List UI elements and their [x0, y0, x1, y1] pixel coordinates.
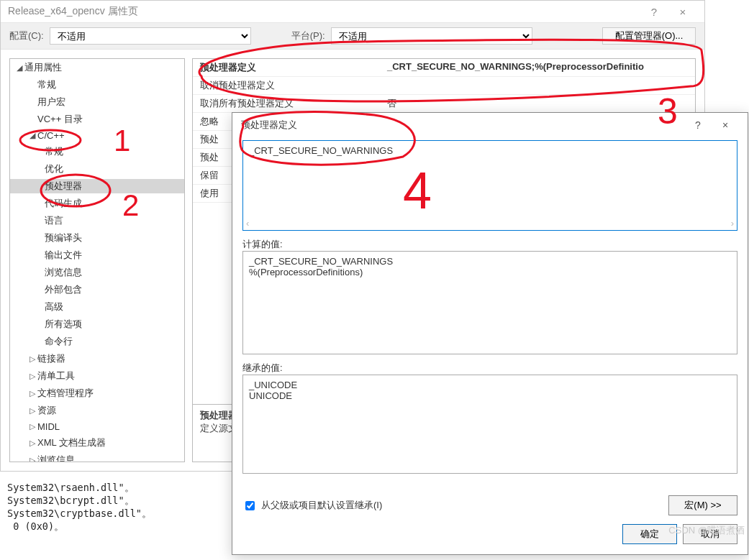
help-button[interactable]: ? [640, 6, 668, 18]
dialog-close-button[interactable]: × [712, 119, 739, 131]
tree-item[interactable]: 输出文件 [10, 248, 184, 262]
definitions-input[interactable]: _CRT_SECURE_NO_WARNINGS ‹› [242, 140, 737, 231]
tree-root[interactable]: ◢通用属性 [10, 60, 184, 75]
category-tree[interactable]: ◢通用属性 常规 用户宏 VC++ 目录 ◢C/C++ 常规 优化 预处理器 代… [9, 58, 185, 462]
tree-cpp[interactable]: ◢C/C++ [10, 129, 184, 142]
inherited-values-box: _UNICODE UNICODE [242, 375, 737, 474]
platform-label: 平台(P): [291, 29, 325, 42]
tree-item[interactable]: ▷XML 文档生成器 [10, 436, 184, 450]
tree-item[interactable]: 命令行 [10, 334, 184, 349]
tree-item-preprocessor[interactable]: 预处理器 [10, 179, 184, 193]
prop-row-preprocessor-definitions[interactable]: 预处理器定义 _CRT_SECURE_NO_WARNINGS;%(Preproc… [193, 59, 695, 77]
tree-item[interactable]: 高级 [10, 300, 184, 314]
platform-select[interactable]: 不适用 [331, 27, 532, 45]
tree-item[interactable]: 语言 [10, 214, 184, 228]
dialog-title: 预处理器定义 [241, 119, 684, 132]
tree-item[interactable]: 所有选项 [10, 317, 184, 331]
config-manager-button[interactable]: 配置管理器(O)... [602, 27, 696, 45]
tree-item[interactable]: 代码生成 [10, 196, 184, 211]
tree-item[interactable]: VC++ 目录 [10, 112, 184, 127]
scroll-left-icon[interactable]: ‹ [246, 218, 249, 229]
scroll-right-icon[interactable]: › [731, 218, 734, 229]
prop-row[interactable]: 取消所有预处理器定义否 [193, 95, 695, 113]
tree-item[interactable]: 外部包含 [10, 283, 184, 297]
tree-item[interactable]: 浏览信息 [10, 265, 184, 280]
tree-item[interactable]: ▷文档管理程序 [10, 386, 184, 400]
tree-item[interactable]: ▷链接器 [10, 352, 184, 366]
computed-values-box: _CRT_SECURE_NO_WARNINGS %(PreprocessorDe… [242, 251, 737, 354]
tree-item[interactable]: 预编译头 [10, 231, 184, 245]
tree-item[interactable]: 常规 [10, 78, 184, 92]
tree-item[interactable]: ▷资源 [10, 403, 184, 418]
tree-item[interactable]: ▷浏览信息 [10, 453, 184, 462]
prop-row[interactable]: 取消预处理器定义 [193, 77, 695, 95]
tree-item[interactable]: 常规 [10, 144, 184, 159]
config-label: 配置(C): [9, 29, 44, 42]
titlebar: Release_x64_opencv 属性页 ? × [1, 1, 704, 22]
dialog-help-button[interactable]: ? [684, 119, 712, 131]
output-console: System32\rsaenh.dll"。 System32\bcrypt.dl… [0, 479, 749, 536]
tree-item[interactable]: ▷MIDL [10, 421, 184, 433]
computed-label: 计算的值: [242, 238, 737, 251]
window-title: Release_x64_opencv 属性页 [8, 5, 640, 18]
tree-item[interactable]: 优化 [10, 162, 184, 176]
config-select[interactable]: 不适用 [50, 27, 251, 45]
tree-item[interactable]: 用户宏 [10, 95, 184, 109]
inherited-label: 继承的值: [242, 362, 737, 375]
tree-item[interactable]: ▷清单工具 [10, 369, 184, 383]
config-toolbar: 配置(C): 不适用 平台(P): 不适用 配置管理器(O)... [1, 22, 704, 50]
close-button[interactable]: × [668, 6, 697, 18]
dialog-titlebar: 预处理器定义 ? × [232, 113, 748, 137]
